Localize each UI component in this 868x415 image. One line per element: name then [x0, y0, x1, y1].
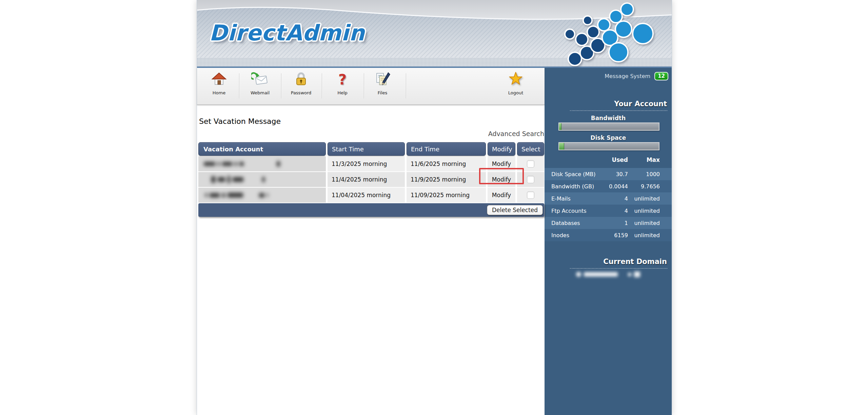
start-time-cell: 11/4/2025 morning: [328, 172, 405, 187]
stat-used: 4: [604, 195, 628, 202]
header-select: Select: [517, 142, 544, 156]
your-account-heading: Your Account: [545, 100, 672, 108]
select-checkbox[interactable]: [527, 191, 534, 199]
toolbar-item-label: Password: [285, 90, 317, 95]
stat-used: 4: [604, 208, 628, 214]
toolbar-item-label: Home: [203, 90, 235, 95]
table-row: 11/04/2025 morning 11/09/2025 morning Mo…: [198, 188, 544, 203]
usage-stats-table: Disk Space (MB) 30.7 1000 Bandwidth (GB)…: [545, 168, 672, 241]
header-end-time: End Time: [407, 142, 486, 156]
stat-max: unlimited: [628, 220, 660, 226]
bubble: [615, 20, 632, 38]
header-start-time: Start Time: [328, 142, 405, 156]
select-checkbox[interactable]: [527, 176, 534, 183]
modify-link[interactable]: Modify: [488, 156, 515, 171]
select-cell: [517, 156, 544, 171]
stat-used: 30.7: [604, 171, 628, 177]
padlock-icon: [293, 71, 309, 89]
bubble: [583, 15, 593, 25]
main-area: Home: [197, 68, 545, 415]
table-row: 11/4/2025 morning 11/9/2025 morning Modi…: [198, 172, 544, 187]
stat-max: unlimited: [628, 195, 660, 202]
toolbar-item-label: Logout: [499, 90, 532, 95]
table-row: 11/3/2025 morning 11/6/2025 morning Modi…: [198, 156, 544, 171]
directadmin-page: DirectAdmin: [0, 0, 868, 415]
toolbar-divider: [281, 73, 282, 98]
toolbar-item-home[interactable]: Home: [203, 71, 235, 95]
stat-row: Bandwidth (GB) 0.0044 9.7656: [545, 180, 672, 192]
content-container: DirectAdmin: [197, 0, 672, 415]
stat-used: 6159: [604, 232, 628, 239]
blurred-account-name: [205, 193, 268, 197]
toolbar-divider: [364, 73, 364, 98]
bandwidth-label: Bandwidth: [558, 115, 658, 121]
message-system-link[interactable]: Message System 12: [545, 68, 672, 81]
home-icon: [211, 71, 227, 89]
usage-header-max: Max: [628, 156, 660, 163]
stat-row: Inodes 6159 unlimited: [545, 229, 672, 241]
end-time-cell: 11/6/2025 morning: [407, 156, 486, 171]
blurred-account-name: [204, 161, 280, 167]
select-cell: [517, 172, 544, 187]
modify-link[interactable]: Modify: [488, 172, 515, 187]
brand-header: DirectAdmin: [197, 0, 672, 68]
select-checkbox[interactable]: [527, 160, 534, 168]
account-cell: [198, 172, 326, 187]
toolbar-item-webmail[interactable]: Webmail: [244, 71, 276, 95]
delete-selected-button[interactable]: Delete Selected: [487, 205, 543, 215]
stat-max: 9.7656: [628, 183, 660, 190]
stat-label: E-Mails: [545, 195, 604, 202]
toolbar-divider: [406, 73, 407, 98]
bandwidth-bar-fill: [559, 123, 561, 130]
webmail-icon: [251, 71, 269, 89]
toolbar-item-label: Files: [366, 90, 399, 95]
dotted-separator: [570, 268, 667, 269]
toolbar: Home: [197, 68, 545, 105]
dotted-separator: [570, 110, 667, 111]
bubble: [632, 23, 654, 44]
stat-label: Ftp Accounts: [545, 208, 604, 214]
stat-row: Disk Space (MB) 30.7 1000: [545, 168, 672, 180]
stat-row: Ftp Accounts 4 unlimited: [545, 205, 672, 217]
current-domain-heading: Current Domain: [545, 258, 672, 266]
files-icon: [374, 71, 391, 89]
blurred-current-domain: [545, 271, 672, 277]
blurred-account-name: [211, 176, 265, 183]
page-title: Set Vacation Message: [199, 117, 545, 126]
toolbar-item-label: Webmail: [244, 90, 276, 95]
end-time-cell: 11/9/2025 morning: [407, 172, 486, 187]
directadmin-logo: DirectAdmin: [209, 20, 365, 45]
table-footer-bar: Delete Selected: [198, 203, 544, 217]
disk-space-bar: [558, 142, 659, 150]
toolbar-item-logout[interactable]: Logout: [499, 71, 532, 95]
toolbar-item-password[interactable]: Password: [285, 71, 317, 95]
stat-label: Bandwidth (GB): [545, 183, 604, 190]
end-time-cell: 11/09/2025 morning: [407, 188, 486, 203]
modify-link[interactable]: Modify: [488, 188, 515, 203]
advanced-search: Advanced Search: [197, 130, 544, 137]
toolbar-item-files[interactable]: Files: [366, 71, 399, 95]
vacation-table: Vacation Account Start Time End Time Mod…: [198, 142, 544, 217]
stat-label: Databases: [545, 220, 604, 226]
stat-label: Inodes: [545, 232, 604, 239]
advanced-search-link[interactable]: Advanced Search: [488, 130, 544, 137]
stat-max: 1000: [628, 171, 660, 177]
account-cell: [198, 188, 326, 203]
disk-space-bar-fill: [559, 143, 564, 150]
stat-used: 0.0044: [604, 183, 628, 190]
start-time-cell: 11/04/2025 morning: [328, 188, 405, 203]
toolbar-item-help[interactable]: ? Help: [326, 71, 359, 95]
header-modify: Modify: [488, 142, 515, 156]
toolbar-item-label: Help: [326, 90, 359, 95]
usage-header-used: Used: [604, 156, 628, 163]
stat-row: Databases 1 unlimited: [545, 217, 672, 229]
toolbar-divider: [322, 73, 322, 98]
stat-max: unlimited: [628, 232, 660, 239]
bubble: [575, 33, 589, 46]
content: Set Vacation Message Advanced Search Vac…: [197, 105, 545, 217]
usage-header-row: Used Max: [545, 156, 672, 164]
logout-star-icon: [508, 71, 524, 89]
bubble: [620, 2, 634, 16]
start-time-cell: 11/3/2025 morning: [328, 156, 405, 171]
header-vacation-account: Vacation Account: [198, 142, 326, 156]
